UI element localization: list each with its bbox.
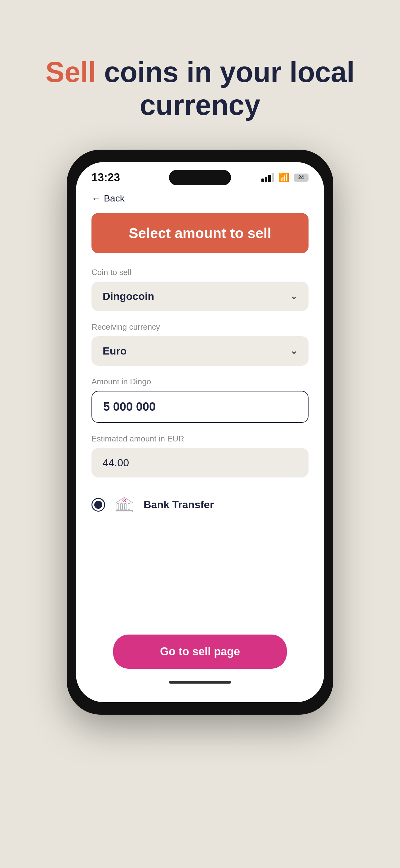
payment-option-bank-transfer[interactable]: Bank Transfer [92,492,308,518]
signal-bar-2 [265,177,267,182]
amount-in-dingo-label: Amount in Dingo [92,377,308,386]
receiving-currency-dropdown[interactable]: Euro ⌄ [92,336,308,366]
back-label: Back [104,193,125,204]
headline-rest: coins in your local currency [96,56,355,121]
receiving-currency-label: Receiving currency [92,322,308,332]
status-bar: 13:23 📶 24 [76,162,324,193]
battery-icon: 24 [294,174,308,182]
radio-selected [94,501,102,509]
svg-rect-2 [124,503,126,510]
signal-bar-1 [261,179,264,182]
estimated-eur-label: Estimated amount in EUR [92,434,308,444]
phone-mockup: 13:23 📶 24 ← [67,150,333,715]
receiving-chevron-down-icon: ⌄ [290,346,297,356]
signal-icon [261,173,274,182]
svg-rect-1 [121,503,123,510]
phone-screen: 13:23 📶 24 ← [76,162,324,702]
chevron-down-icon: ⌄ [290,291,297,302]
coin-to-sell-label: Coin to sell [92,268,308,277]
status-icons: 📶 24 [261,172,308,183]
coin-to-sell-dropdown[interactable]: Dingocoin ⌄ [92,282,308,311]
notch [169,170,231,185]
svg-rect-4 [116,510,133,512]
back-arrow-icon: ← [92,193,101,204]
amount-in-dingo-input[interactable]: 5 000 000 [92,391,308,423]
go-to-sell-page-button[interactable]: Go to sell page [113,634,287,669]
radio-button[interactable] [92,498,105,512]
coin-to-sell-value: Dingocoin [103,290,154,302]
receiving-currency-value: Euro [103,345,127,357]
signal-bar-3 [268,175,271,182]
estimated-eur-value: 44.00 [92,448,308,477]
sell-button-area: Go to sell page [92,634,308,675]
battery-level: 24 [298,175,304,180]
page-title: Select amount to sell [101,225,299,242]
home-indicator [169,681,231,684]
signal-bar-4 [272,173,274,182]
payment-method-label: Bank Transfer [143,499,214,511]
svg-rect-0 [117,503,119,510]
app-content: ← Back Select amount to sell Coin to sel… [76,193,324,702]
amount-in-dingo-value: 5 000 000 [103,400,156,413]
headline-sell: Sell [45,56,96,88]
page-header-banner: Select amount to sell [92,213,308,253]
wifi-icon: 📶 [278,172,289,183]
headline: Sell coins in your local currency [0,56,400,122]
back-button[interactable]: ← Back [92,193,308,204]
status-time: 13:23 [92,171,120,184]
bank-transfer-icon [114,495,134,515]
svg-rect-3 [128,503,130,510]
